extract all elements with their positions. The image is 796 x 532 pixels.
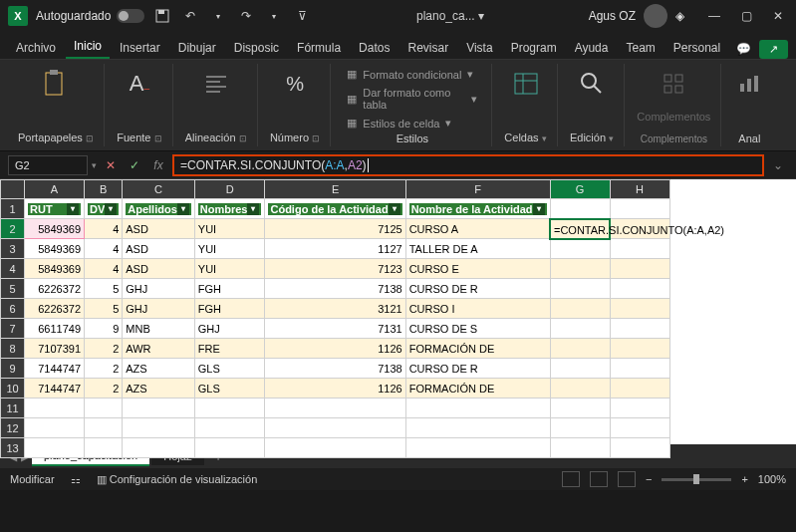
cell[interactable]: 4 — [85, 259, 123, 279]
menu-datos[interactable]: Datos — [351, 37, 398, 59]
table-header-cell[interactable]: Apellidos▾ — [123, 199, 195, 219]
cell[interactable]: 9 — [85, 319, 123, 339]
percent-icon[interactable]: % — [279, 68, 311, 100]
cell[interactable]: ASD — [123, 259, 195, 279]
active-cell[interactable]: =CONTAR.SI.CONJUNTO(A:A,A2) — [550, 219, 610, 239]
avatar-icon[interactable] — [644, 4, 667, 28]
cell[interactable]: GLS — [194, 379, 265, 399]
cell[interactable] — [550, 299, 610, 319]
cell[interactable]: 1126 — [265, 379, 405, 399]
cell[interactable] — [25, 418, 85, 438]
share-button[interactable]: ↗ — [759, 40, 788, 59]
filter-icon[interactable]: ▾ — [67, 203, 79, 215]
filter-icon[interactable]: ▾ — [389, 203, 400, 215]
cell[interactable]: 7125 — [265, 219, 405, 239]
zoom-in-icon[interactable]: + — [741, 473, 747, 485]
cell[interactable]: CURSO DE R — [405, 279, 550, 299]
col-header-F[interactable]: F — [405, 180, 550, 199]
row-header-6[interactable]: 6 — [1, 299, 25, 319]
cell[interactable]: FORMACIÓN DE — [405, 379, 550, 399]
cell[interactable]: 3121 — [265, 299, 405, 319]
table-header-cell[interactable]: Nombre de la Actividad▾ — [405, 199, 550, 219]
cell[interactable] — [610, 279, 669, 299]
menu-team[interactable]: Team — [618, 37, 663, 59]
cell[interactable]: GHJ — [123, 299, 195, 319]
cell[interactable]: FGH — [194, 299, 265, 319]
cell[interactable] — [610, 339, 669, 359]
table-header-cell[interactable]: Código de la Actividad▾ — [265, 199, 405, 219]
table-header-cell[interactable]: DV▾ — [85, 199, 123, 219]
cell[interactable] — [405, 418, 550, 438]
cell[interactable]: 6226372 — [25, 299, 85, 319]
cell[interactable]: ASD — [123, 239, 195, 259]
col-header-G[interactable]: G — [550, 180, 610, 199]
cell[interactable] — [25, 399, 85, 418]
cell[interactable]: GLS — [194, 359, 265, 379]
filter-icon[interactable]: ▾ — [105, 203, 117, 215]
cell[interactable]: CURSO E — [405, 259, 550, 279]
cell[interactable]: 7144747 — [25, 359, 85, 379]
cell[interactable]: FRE — [194, 339, 265, 359]
cell[interactable]: 7144747 — [25, 379, 85, 399]
row-header-3[interactable]: 3 — [1, 239, 25, 259]
cell[interactable]: GHJ — [123, 279, 195, 299]
filter-icon[interactable]: ▾ — [247, 203, 259, 215]
formato-tabla-button[interactable]: ▦Dar formato como tabla ▾ — [343, 85, 481, 113]
addins-icon[interactable] — [658, 68, 689, 100]
cell[interactable]: 5849369 — [25, 239, 85, 259]
cell[interactable] — [550, 199, 610, 219]
display-settings[interactable]: ▥ Configuración de visualización — [97, 473, 258, 486]
clipboard-icon[interactable] — [40, 68, 72, 100]
menu-vista[interactable]: Vista — [458, 37, 500, 59]
cells-icon[interactable] — [510, 68, 542, 100]
zoom-level[interactable]: 100% — [758, 473, 786, 485]
redo-dropdown-icon[interactable]: ▾ — [264, 6, 284, 26]
cell[interactable]: YUI — [194, 239, 265, 259]
cell[interactable] — [405, 438, 550, 458]
view-break-icon[interactable] — [618, 471, 636, 487]
cell[interactable]: YUI — [194, 219, 265, 239]
cancel-formula-icon[interactable]: ✕ — [101, 155, 121, 175]
row-header-10[interactable]: 10 — [1, 379, 25, 399]
cell[interactable]: 1127 — [265, 239, 405, 259]
name-box[interactable]: G2 — [8, 155, 88, 175]
cell[interactable] — [194, 399, 265, 418]
cell[interactable] — [610, 239, 669, 259]
undo-icon[interactable]: ↶ — [180, 6, 200, 26]
ribbon-fuente[interactable]: A_ Fuente ⊡ — [107, 64, 173, 146]
cell[interactable] — [610, 259, 669, 279]
row-header-7[interactable]: 7 — [1, 319, 25, 339]
ribbon-complementos[interactable]: Complementos Complementos — [627, 64, 721, 146]
cell[interactable] — [610, 299, 669, 319]
cell[interactable]: 2 — [85, 379, 123, 399]
filter-icon[interactable]: ▾ — [177, 203, 189, 215]
formula-expand-icon[interactable]: ⌄ — [768, 158, 788, 172]
cell[interactable]: CURSO I — [405, 299, 550, 319]
name-box-dropdown-icon[interactable]: ▾ — [92, 160, 97, 170]
menu-revisar[interactable]: Revisar — [399, 37, 456, 59]
cell[interactable]: 5849369 — [25, 259, 85, 279]
cell[interactable]: GHJ — [194, 319, 265, 339]
col-header-D[interactable]: D — [194, 180, 265, 199]
table-header-cell[interactable]: RUT▾ — [25, 199, 85, 219]
col-header-H[interactable]: H — [610, 180, 669, 199]
cell[interactable] — [265, 399, 405, 418]
qat-dropdown-icon[interactable]: ⊽ — [292, 6, 312, 26]
user-area[interactable]: Agus OZ ◈ — [589, 4, 684, 28]
formula-input[interactable]: =CONTAR.SI.CONJUNTO(A:A,A2) — [172, 154, 764, 176]
autosave-toggle[interactable]: Autoguardado — [36, 9, 144, 23]
menu-programador[interactable]: Program — [503, 37, 565, 59]
view-normal-icon[interactable] — [562, 471, 580, 487]
row-header-4[interactable]: 4 — [1, 259, 25, 279]
ribbon-edicion[interactable]: Edición ▾ — [560, 64, 625, 146]
close-icon[interactable]: ✕ — [768, 6, 788, 26]
cell[interactable]: 2 — [85, 339, 123, 359]
cell[interactable]: 1126 — [265, 339, 405, 359]
estilos-celda-button[interactable]: ▦Estilos de celda ▾ — [343, 115, 481, 132]
col-header-A[interactable]: A — [25, 180, 85, 199]
cell[interactable]: 7138 — [265, 359, 405, 379]
menu-dibujar[interactable]: Dibujar — [170, 37, 224, 59]
cell[interactable]: FGH — [194, 279, 265, 299]
cell[interactable] — [610, 418, 669, 438]
row-header-9[interactable]: 9 — [1, 359, 25, 379]
